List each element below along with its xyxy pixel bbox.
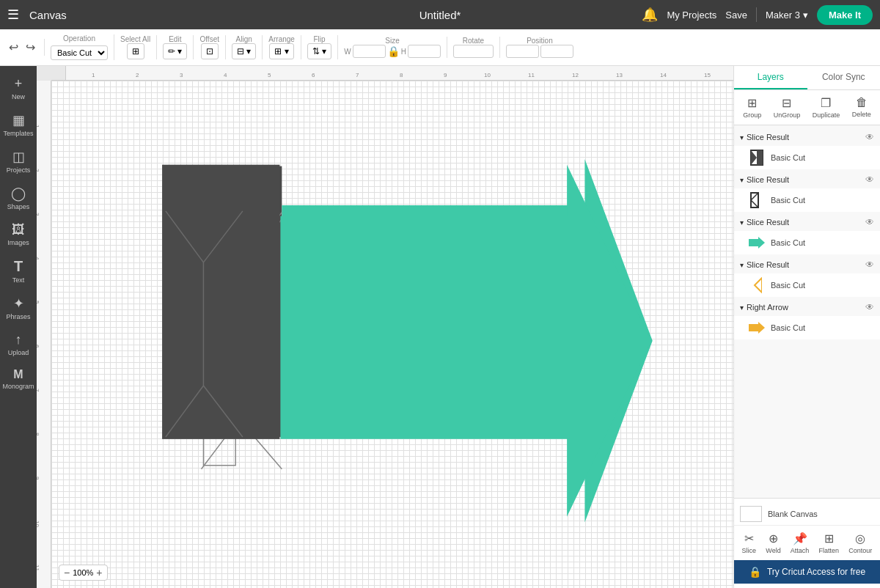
notification-icon[interactable]: 🔔 (642, 7, 658, 23)
sidebar-item-templates[interactable]: ▦ Templates (0, 108, 37, 142)
slice-label: Slice (742, 547, 757, 554)
select-all-group: Select All ⊞ (120, 35, 157, 59)
redo-button[interactable]: ↪ (23, 39, 38, 56)
main-content: + New ▦ Templates ◫ Projects ◯ Shapes 🖼 … (0, 66, 880, 588)
ungroup-tool[interactable]: ⊟ UnGroup (774, 96, 801, 119)
ruler-mark-v: 2 (37, 169, 40, 172)
select-all-button[interactable]: ⊞ (127, 43, 144, 59)
slice-tool[interactable]: ✂ Slice (739, 529, 760, 557)
size-group: Size W 🔒 H (344, 37, 447, 58)
sidebar-item-monogram[interactable]: M Monogram (0, 364, 37, 394)
flip-button[interactable]: ⇅ ▾ (307, 43, 331, 59)
layer-item-5[interactable]: Basic Cut (734, 316, 880, 339)
slice-icon: ✂ (744, 532, 754, 545)
layer-item-1[interactable]: Basic Cut (734, 146, 880, 169)
group-tool[interactable]: ⊞ Group (743, 96, 761, 119)
visibility-icon[interactable]: 👁 (865, 260, 874, 270)
duplicate-tool[interactable]: ❐ Duplicate (813, 96, 840, 119)
x-input[interactable] (506, 45, 539, 58)
sidebar-item-monogram-label: Monogram (2, 383, 34, 390)
edit-button[interactable]: ✏ ▾ (163, 43, 187, 59)
blank-canvas-row: Blank Canvas (734, 503, 880, 525)
ungroup-icon: ⊟ (782, 96, 791, 110)
canvas-content[interactable] (51, 81, 733, 588)
lock-icon: 🔒 (387, 45, 400, 57)
tab-color-sync[interactable]: Color Sync (807, 66, 881, 89)
images-icon: 🖼 (12, 222, 25, 238)
zoom-out-button[interactable]: − (64, 567, 70, 578)
visibility-icon[interactable]: 👁 (865, 132, 874, 142)
sidebar-item-upload[interactable]: ↑ Upload (0, 328, 37, 361)
attach-label: Attach (791, 547, 810, 554)
delete-tool[interactable]: 🗑 Delete (852, 96, 871, 119)
sidebar-item-phrases-label: Phrases (6, 313, 30, 320)
save-button[interactable]: Save (725, 10, 747, 21)
layer-item-4-label: Basic Cut (771, 281, 805, 290)
ruler-vertical: 1 2 3 4 5 6 7 8 9 10 11 (37, 81, 51, 588)
weld-tool[interactable]: ⊕ Weld (763, 529, 783, 557)
ruler-mark: 15 (704, 72, 711, 78)
chevron-icon: ▾ (740, 304, 744, 312)
undo-button[interactable]: ↩ (6, 39, 21, 56)
chevron-icon: ▾ (740, 261, 744, 269)
sidebar-item-shapes[interactable]: ◯ Shapes (0, 181, 37, 215)
align-button[interactable]: ⊟ ▾ (232, 43, 256, 59)
arrange-button[interactable]: ⊞ ▾ (269, 43, 293, 59)
layer-item-4[interactable]: Basic Cut (734, 273, 880, 297)
layer-group-slice3-header[interactable]: ▾ Slice Result 👁 (734, 213, 880, 231)
layer-item-3[interactable]: Basic Cut (734, 231, 880, 254)
dark-rectangle (164, 166, 282, 437)
layer-group-slice4-header[interactable]: ▾ Slice Result 👁 (734, 256, 880, 273)
canvas-area[interactable]: 1 2 3 4 5 6 7 8 9 10 11 12 13 14 15 1 2 … (37, 66, 733, 588)
undo-redo-group: ↩ ↪ (6, 39, 45, 56)
ruler-mark: 6 (312, 72, 315, 78)
align-group: Align ⊟ ▾ (232, 35, 263, 59)
layer-group-slice1-header[interactable]: ▾ Slice Result 👁 (734, 128, 880, 146)
machine-selector[interactable]: Maker 3 ▾ (766, 10, 808, 21)
ruler-mark: 5 (268, 72, 271, 78)
rotate-control: Rotate (453, 37, 494, 58)
weld-icon: ⊕ (769, 532, 778, 545)
layer-group-arrow-header[interactable]: ▾ Right Arrow 👁 (734, 298, 880, 316)
zoom-in-button[interactable]: + (96, 567, 102, 578)
attach-tool[interactable]: 📌 Attach (788, 529, 813, 557)
layer-item-3-label: Basic Cut (771, 238, 805, 247)
sidebar-item-projects[interactable]: ◫ Projects (0, 144, 37, 178)
sidebar-item-images[interactable]: 🖼 Images (0, 218, 37, 251)
flatten-tool[interactable]: ⊞ Flatten (816, 529, 843, 557)
menu-icon[interactable]: ☰ (7, 7, 19, 23)
visibility-icon[interactable]: 👁 (865, 302, 874, 312)
operation-select[interactable]: Basic Cut (51, 45, 108, 60)
visibility-icon[interactable]: 👁 (865, 174, 874, 185)
offset-label: Offset (199, 35, 219, 43)
zoom-level: 100% (73, 568, 93, 577)
w-label: W (344, 48, 351, 56)
contour-tool[interactable]: ◎ Contour (846, 529, 875, 557)
height-input[interactable] (408, 45, 441, 58)
sidebar-item-text[interactable]: T Text (0, 254, 37, 288)
sidebar-item-text-label: Text (12, 276, 25, 284)
layer-item-2[interactable]: Basic Cut (734, 188, 880, 212)
thumb-svg-5 (749, 322, 765, 334)
visibility-icon[interactable]: 👁 (865, 217, 874, 227)
size-control: Size W 🔒 H (344, 37, 441, 58)
layer-group-arrow-label: Right Arrow (747, 303, 862, 312)
layer-group-slice2-header[interactable]: ▾ Slice Result 👁 (734, 171, 880, 188)
width-input[interactable] (353, 45, 386, 58)
panel-tabs: Layers Color Sync (734, 66, 880, 90)
select-all-label: Select All (120, 35, 150, 43)
sidebar-item-new[interactable]: + New (0, 72, 37, 105)
tab-layers[interactable]: Layers (734, 66, 807, 89)
position-inputs (506, 45, 573, 58)
cricut-access-bar[interactable]: 🔒 Try Cricut Access for free (734, 560, 880, 584)
chevron-icon: ▾ (740, 218, 744, 227)
my-projects-link[interactable]: My Projects (667, 10, 716, 21)
offset-button[interactable]: ⊡ (201, 43, 219, 59)
layer-group-arrow: ▾ Right Arrow 👁 Basic Cut (734, 298, 880, 339)
sidebar-item-images-label: Images (7, 239, 29, 246)
sidebar-item-upload-label: Upload (8, 349, 29, 356)
sidebar-item-phrases[interactable]: ✦ Phrases (0, 291, 37, 325)
y-input[interactable] (540, 45, 573, 58)
rotate-input[interactable] (453, 45, 494, 58)
make-it-button[interactable]: Make It (817, 5, 873, 25)
